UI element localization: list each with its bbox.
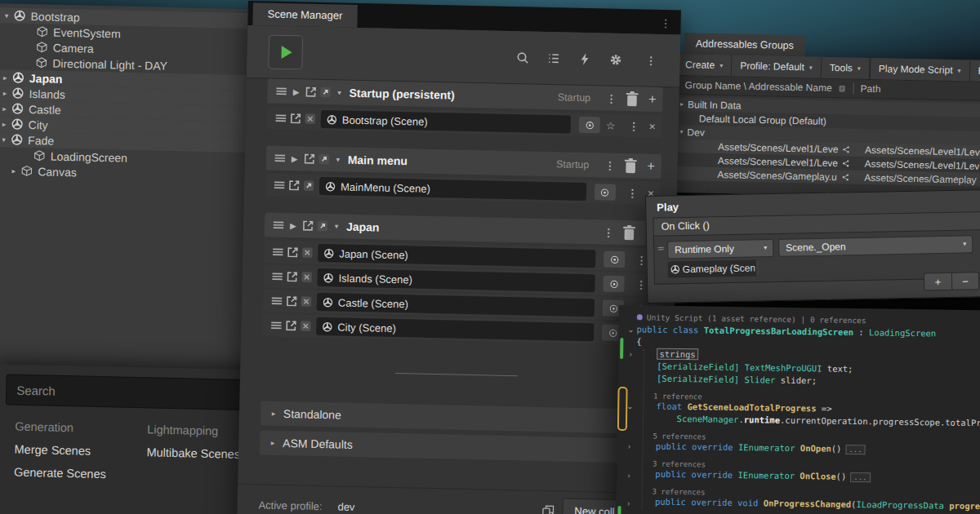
event-mode-dropdown[interactable]: Runtime Only▾	[667, 239, 773, 259]
drag-handle-icon[interactable]	[269, 318, 283, 333]
column-divider[interactable]	[853, 83, 854, 95]
unload-scene-icon[interactable]	[299, 294, 314, 308]
add-event-button[interactable]: +	[924, 273, 951, 290]
gear-icon[interactable]	[608, 53, 622, 67]
scene-object-field[interactable]: MainMenu (Scene)	[319, 177, 586, 201]
scene-picker-button[interactable]	[579, 117, 600, 134]
open-additive-icon[interactable]	[317, 152, 332, 166]
fold-closed-icon[interactable]: ›	[624, 441, 634, 451]
column-options-icon[interactable]	[838, 84, 847, 93]
scene-kebab-icon[interactable]: ⋮	[636, 254, 647, 266]
collection-header[interactable]: ▶ ▾ Japan ⋮ +	[265, 213, 661, 246]
fold-closed-icon[interactable]: ›	[626, 349, 635, 359]
trash-icon[interactable]	[619, 223, 638, 241]
scene-kebab-icon[interactable]: ⋮	[627, 187, 638, 199]
new-collection-icon[interactable]	[541, 503, 555, 514]
drag-handle-icon[interactable]	[273, 151, 287, 166]
fold-open-icon[interactable]: ⌄	[626, 325, 635, 335]
open-collection-icon[interactable]	[303, 85, 318, 100]
section-expander-icon[interactable]: ▸	[267, 410, 280, 418]
remove-scene-icon[interactable]: ×	[648, 120, 656, 133]
scene-object-field[interactable]: Bootstrap (Scene)	[321, 110, 572, 134]
tab-scene-manager[interactable]: Scene Manager	[252, 2, 357, 28]
search-icon[interactable]	[515, 51, 529, 64]
object-picker-icon[interactable]	[755, 259, 760, 276]
remove-event-button[interactable]: −	[951, 273, 978, 290]
event-function-dropdown[interactable]: Scene._Open▾	[778, 235, 973, 257]
trash-icon[interactable]	[622, 90, 641, 109]
drag-handle-icon[interactable]	[274, 84, 288, 99]
scene-kebab-icon[interactable]: ⋮	[635, 278, 646, 290]
unload-scene-icon[interactable]	[303, 111, 318, 126]
collection-kebab-icon[interactable]: ⋮	[604, 159, 615, 171]
lightning-icon[interactable]	[577, 52, 591, 66]
trash-icon[interactable]	[621, 157, 639, 175]
drag-handle-icon[interactable]	[272, 178, 287, 193]
play-button[interactable]	[268, 35, 303, 70]
tab-addressables-groups[interactable]: Addressables Groups	[684, 33, 805, 56]
open-collection-icon[interactable]	[301, 218, 315, 233]
open-additive-icon[interactable]	[315, 219, 330, 233]
favorite-star-icon[interactable]: ☆	[606, 119, 616, 131]
add-scene-icon[interactable]: +	[647, 159, 655, 174]
open-scene-icon[interactable]	[284, 269, 299, 284]
toolbar-kebab-icon[interactable]: ⋮	[645, 55, 656, 67]
fold-closed-icon[interactable]: ›	[624, 471, 634, 481]
scene-picker-button[interactable]	[604, 251, 625, 268]
collection-expander-icon[interactable]: ▾	[332, 88, 345, 96]
play-mode-script-button[interactable]: Play Mode Script▾	[870, 58, 970, 82]
search-field[interactable]	[6, 374, 250, 410]
open-scene-icon[interactable]	[283, 318, 298, 333]
scene-object-field[interactable]: Japan (Scene)	[318, 244, 595, 268]
scene-kebab-icon[interactable]: ⋮	[628, 120, 639, 132]
unload-scene-icon[interactable]	[300, 245, 314, 259]
open-collection-icon[interactable]	[302, 151, 317, 166]
play-collection-icon[interactable]: ▶	[286, 221, 301, 230]
fold-open-icon[interactable]: ⌄	[625, 401, 635, 411]
unload-scene-icon[interactable]	[299, 269, 314, 284]
scene-object-field[interactable]: Islands (Scene)	[317, 268, 595, 292]
add-scene-icon[interactable]: +	[648, 92, 657, 107]
play-collection-icon[interactable]: ▶	[288, 87, 303, 96]
list-view-icon[interactable]	[546, 51, 560, 65]
expander-closed-icon[interactable]: ▸	[0, 104, 11, 113]
drag-handle-icon[interactable]	[274, 111, 288, 126]
scene-object-field[interactable]: Castle (Scene)	[317, 293, 595, 317]
expander-closed-icon[interactable]: ▸	[0, 73, 11, 82]
menu-item-generate-scenes[interactable]: Generate Scenes	[14, 466, 106, 481]
fold-closed-icon[interactable]: ›	[624, 498, 634, 508]
open-additive-icon[interactable]	[301, 178, 316, 193]
event-drag-handle-icon[interactable]	[657, 245, 665, 253]
scene-row-mainmenu[interactable]: MainMenu (Scene) ⋮ ×	[265, 174, 661, 206]
drag-handle-icon[interactable]	[270, 245, 285, 259]
collection-kebab-icon[interactable]: ⋮	[603, 226, 613, 238]
scene-object-field[interactable]: City (Scene)	[316, 317, 594, 341]
section-standalone[interactable]: ▸ Standalone	[261, 401, 657, 434]
expander-open-icon[interactable]: ▾	[0, 135, 10, 144]
open-additive-icon[interactable]	[318, 85, 332, 100]
profile-button[interactable]: Profile: Default▾	[732, 55, 822, 78]
expander-closed-icon[interactable]: ▸	[0, 89, 11, 97]
expander-closed-icon[interactable]: ▸	[0, 120, 11, 128]
section-expander-icon[interactable]: ▸	[266, 439, 279, 447]
create-button[interactable]: Create▾	[677, 54, 733, 76]
column-path[interactable]: Path	[861, 83, 881, 95]
open-scene-icon[interactable]	[288, 111, 303, 126]
drag-handle-icon[interactable]	[271, 218, 286, 233]
collection-kebab-icon[interactable]: ⋮	[606, 92, 617, 104]
collection-expander-icon[interactable]: ▾	[332, 155, 345, 163]
collection-header[interactable]: ▶ ▾ Main menu Startup ⋮ +	[265, 146, 662, 179]
section-asm-defaults[interactable]: ▸ ASM Defaults	[260, 430, 656, 463]
scene-picker-button[interactable]	[603, 276, 624, 293]
event-target-object-field[interactable]: Gameplay (Scen	[668, 259, 760, 277]
expander-closed-icon[interactable]: ▸	[7, 166, 20, 175]
open-scene-icon[interactable]	[285, 245, 300, 259]
menu-item-merge-scenes[interactable]: Merge Scenes	[14, 443, 91, 458]
scene-picker-button[interactable]	[595, 184, 616, 201]
unload-scene-icon[interactable]	[298, 318, 313, 333]
expander-open-icon[interactable]: ▾	[1, 11, 13, 20]
build-button[interactable]: Build▾	[969, 60, 980, 82]
tab-menu-kebab-icon[interactable]: ⋮	[660, 17, 670, 34]
scene-row-bootstrap[interactable]: Bootstrap (Scene) ☆ ⋮ ×	[267, 107, 662, 139]
active-profile-value[interactable]: dev	[337, 501, 354, 513]
